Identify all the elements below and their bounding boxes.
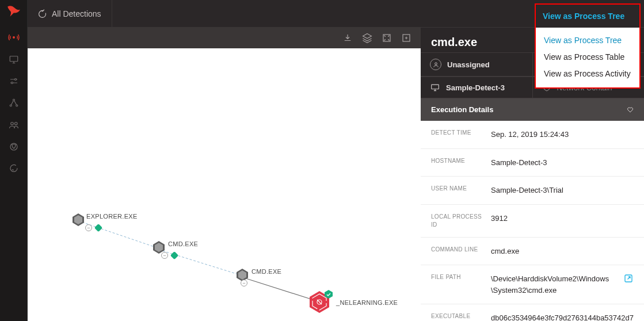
nav-rail bbox=[0, 0, 28, 321]
assign-chip[interactable]: Unassigned bbox=[421, 53, 533, 76]
back-label: All Detections bbox=[52, 9, 101, 18]
brand-logo-icon bbox=[6, 3, 21, 21]
dropdown-item-process-tree[interactable]: View as Process Tree bbox=[536, 32, 639, 49]
download-icon[interactable] bbox=[340, 30, 355, 45]
svg-line-14 bbox=[242, 277, 318, 301]
svg-point-0 bbox=[13, 37, 14, 39]
svg-rect-1 bbox=[10, 56, 18, 62]
svg-point-6 bbox=[16, 105, 17, 106]
svg-rect-27 bbox=[432, 85, 439, 89]
node-label: CMD.EXE bbox=[251, 268, 281, 275]
view-as-dropdown-header[interactable]: View as Process Tree bbox=[536, 5, 639, 28]
user-icon bbox=[430, 59, 441, 70]
node-controls[interactable]: − bbox=[161, 252, 177, 259]
assign-label: Unassigned bbox=[447, 60, 490, 69]
rail-item-monitor[interactable] bbox=[0, 48, 28, 70]
rail-item-graph[interactable] bbox=[0, 92, 28, 114]
svg-point-8 bbox=[14, 123, 17, 125]
dropdown-item-process-activity[interactable]: View as Process Activity bbox=[536, 66, 639, 82]
section-execution-details[interactable]: Execution Details bbox=[421, 98, 644, 121]
detail-row: HOSTNAMESample-Detect-3 bbox=[421, 149, 644, 177]
rail-item-chat[interactable] bbox=[0, 158, 28, 179]
svg-point-2 bbox=[14, 79, 16, 81]
rail-item-signal[interactable] bbox=[0, 26, 28, 48]
layers-icon[interactable] bbox=[360, 30, 375, 45]
monitor-icon bbox=[430, 83, 440, 91]
open-external-icon[interactable] bbox=[623, 273, 634, 284]
node-label: CMD.EXE bbox=[168, 240, 198, 247]
heart-icon bbox=[627, 106, 634, 113]
detail-row: EXECUTABLEdb06c3534964e3fc79d2763144ba53… bbox=[421, 304, 644, 321]
process-tree-canvas[interactable]: EXPLORER.EXE − CMD.EXE − CMD.EXE − _NELE… bbox=[28, 48, 421, 321]
detail-row: DETECT TIMESep. 12, 2019 15:24:43 bbox=[421, 121, 644, 149]
svg-point-26 bbox=[435, 62, 437, 64]
dropdown-header-label: View as Process Tree bbox=[543, 12, 624, 21]
host-label: Sample-Detect-3 bbox=[446, 83, 505, 92]
rail-item-shield[interactable] bbox=[0, 136, 28, 158]
detail-row: USER NAMESample-Detect-3\Trial bbox=[421, 177, 644, 205]
detail-row: COMMAND LINEcmd.exe bbox=[421, 238, 644, 266]
svg-point-5 bbox=[10, 105, 12, 106]
dropdown-item-process-table[interactable]: View as Process Table bbox=[536, 49, 639, 66]
node-label: _NELEARNING.EXE bbox=[336, 299, 398, 306]
expand-icon[interactable] bbox=[379, 30, 394, 45]
node-controls[interactable]: − bbox=[241, 280, 247, 286]
node-label: EXPLORER.EXE bbox=[86, 213, 138, 220]
section-label: Execution Details bbox=[431, 105, 493, 114]
back-arrow-icon bbox=[38, 9, 47, 18]
detail-row: FILE PATH \Device\HarddiskVolume2\Window… bbox=[421, 265, 644, 304]
rail-item-users[interactable] bbox=[0, 114, 28, 136]
svg-point-3 bbox=[11, 82, 13, 84]
rail-item-sliders[interactable] bbox=[0, 70, 28, 92]
detail-row: LOCAL PROCESS ID3912 bbox=[421, 205, 644, 238]
host-chip[interactable]: Sample-Detect-3 bbox=[421, 77, 533, 98]
dropdown-list: View as Process Tree View as Process Tab… bbox=[536, 28, 639, 87]
svg-point-7 bbox=[10, 123, 13, 125]
svg-point-4 bbox=[13, 99, 14, 101]
back-all-detections[interactable]: All Detections bbox=[28, 0, 112, 28]
fullscreen-icon[interactable] bbox=[399, 30, 414, 45]
view-as-dropdown: View as Process Tree View as Process Tre… bbox=[535, 3, 641, 89]
canvas-toolbar bbox=[28, 28, 421, 48]
node-controls[interactable]: − bbox=[85, 224, 101, 231]
